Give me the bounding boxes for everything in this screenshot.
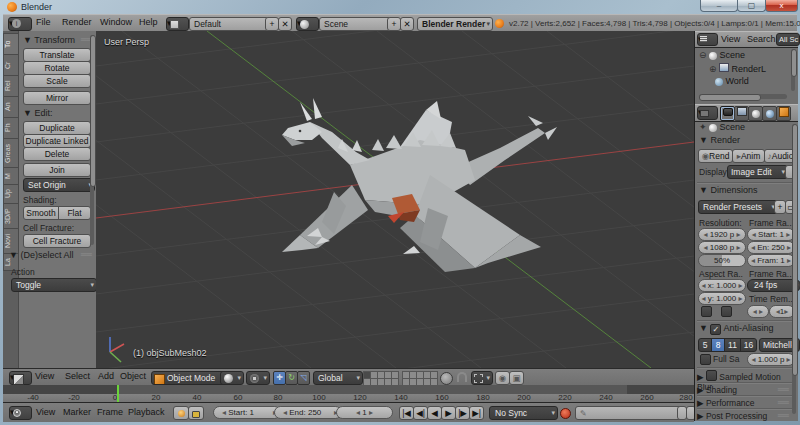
smb-checkbox[interactable] [706,370,717,381]
editor-type-info-icon[interactable]: i ▾ [8,17,32,31]
start-frame-field[interactable]: ◂ Start: 1▸ [213,406,281,419]
tab-physics[interactable]: Ph [3,117,18,139]
cell-fracture-button[interactable]: Cell Fracture [23,234,91,248]
outliner-item-scene[interactable]: ⊖ Scene [699,50,745,60]
lock-to-scene-icon[interactable] [440,372,453,385]
tab-scene[interactable] [748,106,763,121]
auto-keyframe-record-icon[interactable] [560,408,571,419]
tab-tools[interactable]: To [3,33,18,55]
current-frame-playhead[interactable] [117,385,119,402]
add-layout-button[interactable]: + [265,17,279,31]
outliner-item-world[interactable]: World [715,76,749,86]
delete-scene-button[interactable]: ✕ [400,17,414,31]
menu-help[interactable]: Help [139,15,158,30]
aa-size-field[interactable]: ◂ 1.000 p ▸ [747,353,795,366]
anti-aliasing-checkbox[interactable]: ✓ [710,324,721,335]
outliner-item-renderlayers[interactable]: ⊕ RenderL [709,63,766,74]
render-engine-dropdown[interactable]: Blender Render▾ [417,17,493,31]
scene-selector-icon[interactable]: ▾ [296,17,319,31]
join-button[interactable]: Join [23,163,91,177]
outliner-menu-view[interactable]: View [721,32,740,46]
aa-samples-11[interactable]: 11 [724,338,741,352]
outliner-vscrollbar[interactable] [791,49,795,91]
menu-window[interactable]: Window [100,15,132,30]
render-button[interactable]: ◉Rend [698,149,733,163]
translate-button[interactable]: Translate [23,48,91,62]
aa-samples-5[interactable]: 5 [698,338,712,352]
editor-type-3dview-icon[interactable]: ▾ [9,371,32,385]
editor-type-timeline-icon[interactable]: ▾ [9,406,32,420]
edit-panel-header[interactable]: ▼ Edit: [23,108,52,118]
set-origin-dropdown[interactable]: Set Origin▾ [23,178,95,192]
tl-menu-frame[interactable]: Frame [97,405,123,420]
scale-button[interactable]: Scale [23,74,91,88]
tab-render-layers[interactable] [734,106,749,121]
maximize-button[interactable]: ▢ [737,0,766,12]
vp-menu-object[interactable]: Object [120,369,146,384]
crop-checkbox[interactable] [721,306,732,317]
pivot-dropdown[interactable]: ▾ [246,371,270,385]
tl-menu-playback[interactable]: Playback [128,405,165,420]
editor-type-outliner-icon[interactable]: ▾ [697,33,718,46]
tab-m[interactable]: M [3,167,18,185]
scene-name-field[interactable]: Scene [319,17,391,31]
frame-start-field[interactable]: ◂ Start: 1 ▸ [747,228,795,241]
preview-range-icon[interactable] [173,406,189,420]
sync-dropdown[interactable]: No Sync▾ [489,406,558,420]
mirror-button[interactable]: Mirror [23,91,91,105]
tab-grease-pencil[interactable]: Greas [3,138,18,168]
vp-menu-add[interactable]: Add [98,369,114,384]
snap-magnet-icon[interactable] [457,372,467,382]
properties-scrollbar[interactable] [792,124,796,414]
layers-widget[interactable] [363,371,435,384]
aa-samples-8[interactable]: 8 [711,338,725,352]
minimize-button[interactable]: – [700,0,738,12]
timeline-canvas[interactable]: -40 -20 0 20 40 60 80 100 120 140 160 18… [3,385,694,402]
expand-icon[interactable]: ⊕ [709,64,717,74]
aspect-y-field[interactable]: ◂ y: 1.000 ▸ [698,292,746,305]
tab-relations[interactable]: Rel [3,75,18,97]
play-reverse-button[interactable]: ◀ [427,406,442,420]
vp-menu-view[interactable]: View [35,369,54,384]
menu-file[interactable]: File [36,15,51,30]
next-keyframe-button[interactable]: |▶ [455,406,470,420]
tl-menu-marker[interactable]: Marker [63,405,91,420]
flat-button[interactable]: Flat [58,206,91,220]
tl-menu-view[interactable]: View [36,405,55,420]
display-dropdown[interactable]: Image Edit▾ [727,165,788,179]
manipulator-scale-icon[interactable]: ◹ [297,371,310,385]
outliner-hscrollbar[interactable] [699,94,787,99]
3d-viewport[interactable]: User Persp (1) objSubMesh02 [96,31,694,368]
screen-layout-field[interactable]: Default [189,17,269,31]
jump-to-end-button[interactable]: ▶| [469,406,484,420]
menu-render[interactable]: Render [62,15,92,30]
deselect-all-panel-header[interactable]: ▼ (De)select All [9,250,73,260]
resolution-y-field[interactable]: ◂ 1080 p ▸ [698,241,746,254]
jump-to-start-button[interactable]: |◀ [399,406,414,420]
dimensions-panel-header[interactable]: ▼ Dimensions [699,185,757,195]
end-frame-field[interactable]: ◂ End: 250▸ [274,406,342,419]
tab-object[interactable] [776,106,791,121]
editor-type-properties-icon[interactable]: ▾ [697,106,718,120]
action-toggle-dropdown[interactable]: Toggle▾ [11,278,97,292]
delete-button[interactable]: Delete [23,147,91,161]
shading-dropdown[interactable]: ▾ [220,371,244,385]
sampled-motion-blur-panel[interactable]: ▶ Sampled Motion Blur [697,370,793,381]
prev-keyframe-button[interactable]: ◀| [413,406,428,420]
play-button[interactable]: ▶ [441,406,456,420]
snap-element-dropdown[interactable]: ▾ [471,371,493,385]
duplicate-linked-button[interactable]: Duplicate Linked [23,134,91,148]
tab-world[interactable] [762,106,777,121]
outliner-menu-search[interactable]: Search [747,32,776,46]
rotate-button[interactable]: Rotate [23,61,91,75]
frame-end-field[interactable]: ◂ En: 250 ▸ [747,241,795,254]
tab-animation[interactable]: An [3,96,18,118]
render-opengl-anim-icon[interactable]: ▣ [509,371,524,385]
smooth-button[interactable]: Smooth [23,206,59,220]
anti-aliasing-panel-header[interactable]: ▼ ✓ Anti-Aliasing [699,323,773,335]
vp-menu-select[interactable]: Select [65,369,90,384]
render-panel-header[interactable]: ▼ Render [699,135,740,145]
full-sample-checkbox[interactable] [700,354,711,365]
lock-range-icon[interactable] [188,406,204,420]
border-checkbox[interactable] [701,306,712,317]
